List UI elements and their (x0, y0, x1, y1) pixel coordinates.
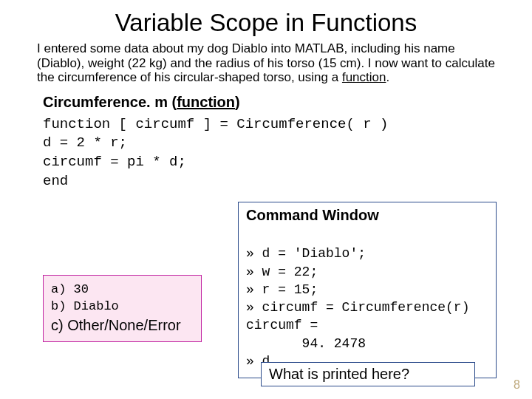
cmd-line-6: 94. 2478 (246, 336, 366, 351)
answer-b: b) Diablo (51, 299, 194, 316)
subtitle-text-1: Circumference. m ( (43, 94, 177, 110)
subtitle-text-3: ) (235, 94, 240, 110)
subtitle: Circumference. m (function) (0, 85, 532, 111)
cmd-line-3: » r = 15; (246, 282, 318, 297)
command-window-title: Command Window (246, 207, 488, 224)
intro-text-1: I entered some data about my dog Diablo … (37, 41, 495, 84)
intro-text-3: . (386, 70, 389, 84)
subtitle-underlined: function (177, 94, 235, 110)
answer-a: a) 30 (51, 282, 194, 299)
answers-box: a) 30 b) Diablo c) Other/None/Error (43, 275, 202, 342)
function-code: function [ circumf ] = Circumference( r … (0, 111, 532, 191)
cmd-line-1: » d = 'Diablo'; (246, 246, 366, 261)
cmd-line-4: » circumf = Circumference(r) (246, 300, 469, 315)
code-line-1: function [ circumf ] = Circumference( r … (43, 115, 532, 134)
question-text: What is printed here? (269, 366, 409, 382)
cmd-line-2: » w = 22; (246, 265, 318, 279)
answer-c: c) Other/None/Error (51, 316, 194, 335)
command-window: Command Window » d = 'Diablo'; » w = 22;… (238, 202, 497, 378)
intro-paragraph: I entered some data about my dog Diablo … (0, 37, 532, 85)
code-line-3: circumf = pi * d; (43, 153, 532, 172)
command-window-code: » d = 'Diablo'; » w = 22; » r = 15; » ci… (246, 227, 488, 370)
slide-title: Variable Scope in Functions (0, 0, 532, 37)
code-line-4: end (43, 172, 532, 191)
intro-underlined: function (342, 70, 386, 84)
page-number: 8 (514, 378, 520, 392)
cmd-line-5: circumf = (246, 318, 318, 332)
question-box: What is printed here? (261, 362, 475, 386)
code-line-2: d = 2 * r; (43, 134, 532, 153)
